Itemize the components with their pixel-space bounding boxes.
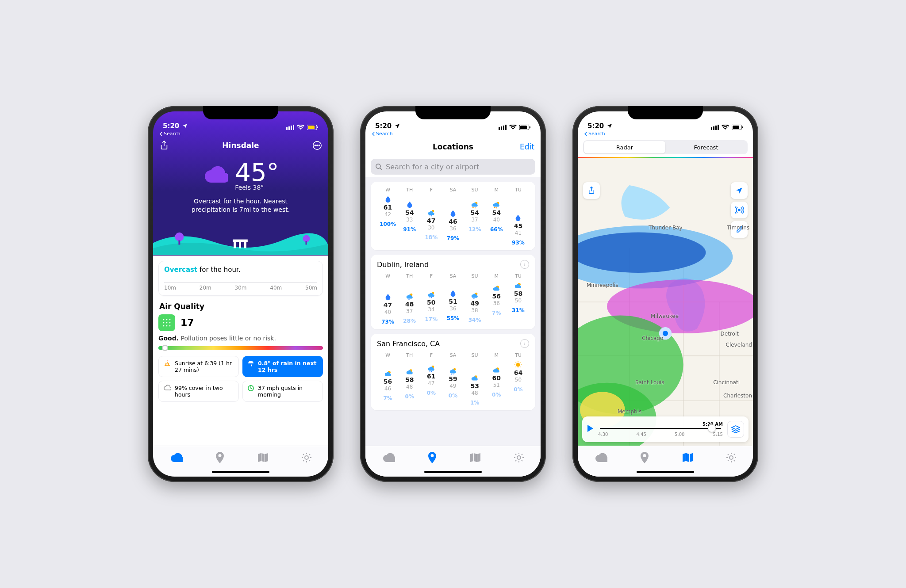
more-icon[interactable] <box>312 141 322 150</box>
radar-playbar: 5:20 AM 4:304:455:005:15 <box>582 416 749 442</box>
status-time: 5:20 <box>163 122 179 130</box>
weather-icon <box>427 209 435 217</box>
forecast-day: F 61 47 0% <box>420 352 442 406</box>
seg-radar[interactable]: Radar <box>584 141 665 153</box>
tab-locations[interactable] <box>427 452 437 465</box>
weather-icon <box>471 201 479 209</box>
forecast-day: M 54 40 66% <box>486 187 507 246</box>
svg-point-9 <box>317 145 318 146</box>
tab-forecast[interactable] <box>594 452 607 465</box>
tab-locations[interactable] <box>640 452 649 465</box>
forecast-day: W 61 42 100% <box>377 187 399 246</box>
weather-icon <box>384 370 392 378</box>
breadcrumb[interactable]: Search <box>365 131 541 137</box>
svg-rect-59 <box>713 126 714 130</box>
svg-rect-0 <box>286 127 288 130</box>
minute-ruler: 10m20m30m40m50m <box>164 283 317 291</box>
tab-settings[interactable] <box>301 452 312 465</box>
tab-forecast[interactable] <box>382 452 395 465</box>
svg-rect-64 <box>742 126 743 128</box>
tab-locations[interactable] <box>215 452 225 465</box>
weather-icon <box>427 290 435 298</box>
weather-icon <box>406 368 414 376</box>
svg-rect-17 <box>239 242 241 248</box>
time-slider[interactable]: 5:20 AM 4:304:455:005:15 <box>598 422 723 437</box>
sunrise-tile[interactable]: Sunrise at 6:39 (1 hr 27 mins) <box>158 356 239 377</box>
info-icon[interactable]: i <box>520 339 529 348</box>
wind-tile[interactable]: 37 mph gusts in morning <box>242 381 323 402</box>
broadcast-button[interactable] <box>731 202 748 218</box>
tab-settings[interactable] <box>726 452 737 465</box>
info-icon[interactable]: i <box>520 260 529 269</box>
summary-text: Overcast for the hour. Nearest precipita… <box>175 197 306 214</box>
svg-rect-63 <box>733 126 739 129</box>
svg-point-37 <box>376 164 380 168</box>
forecast-day: TH 54 33 91% <box>399 187 420 246</box>
svg-point-44 <box>496 207 497 208</box>
location-card-1[interactable]: W 61 42 100% TH 54 33 91% F 47 30 <box>371 182 535 250</box>
location-arrow-icon <box>182 123 188 129</box>
feels-like: Feels 38° <box>235 184 279 191</box>
play-button[interactable] <box>587 424 594 434</box>
weather-icon <box>406 201 414 209</box>
svg-rect-31 <box>501 126 502 130</box>
forecast-day: F 47 30 18% <box>420 187 442 246</box>
svg-rect-1 <box>288 126 290 130</box>
forecast-day: TH 48 37 28% <box>399 273 420 325</box>
landscape-illustration <box>153 221 328 256</box>
svg-point-74 <box>738 209 740 211</box>
svg-point-23 <box>166 322 168 323</box>
aq-desc: Good. Pollution poses little or no risk. <box>158 335 323 342</box>
weather-icon <box>514 361 522 369</box>
svg-point-56 <box>516 363 520 367</box>
seg-forecast[interactable]: Forecast <box>665 141 747 153</box>
svg-rect-35 <box>520 126 527 129</box>
svg-point-27 <box>169 325 171 326</box>
share-button[interactable] <box>583 182 600 199</box>
svg-point-24 <box>169 322 171 323</box>
location-card-sf[interactable]: San Francisco, CAi W 56 46 7% TH 58 48 0… <box>371 334 535 410</box>
radar-map[interactable]: Thunder Bay Timmins Minneapolis Milwauke… <box>578 158 753 446</box>
rain-tile[interactable]: 0.8" of rain in next 12 hrs <box>242 356 323 377</box>
svg-rect-30 <box>499 127 500 130</box>
forecast-day: SA 51 36 55% <box>442 273 464 325</box>
tab-map[interactable] <box>682 452 693 465</box>
tab-settings[interactable] <box>513 452 525 465</box>
svg-rect-15 <box>233 239 248 242</box>
weather-icon <box>492 366 500 374</box>
tab-map[interactable] <box>257 452 269 465</box>
forecast-day: SU 49 38 34% <box>464 273 486 325</box>
weather-icon <box>384 293 392 301</box>
weather-icon <box>492 284 500 292</box>
svg-point-22 <box>163 322 165 323</box>
weather-icon <box>406 292 414 300</box>
weather-icon <box>449 210 457 218</box>
weather-icon <box>514 282 522 290</box>
tab-forecast[interactable] <box>169 452 183 465</box>
forecast-day: F 50 34 17% <box>420 273 442 325</box>
layers-button[interactable] <box>727 421 744 438</box>
forecast-day: SA 46 36 79% <box>442 187 464 246</box>
next-hour-card[interactable]: Overcast for the hour. 10m20m30m40m50m <box>158 261 323 296</box>
location-card-dublin[interactable]: Dublin, Irelandi W 47 40 73% TH 48 37 28… <box>371 255 535 329</box>
radar-segment[interactable]: Radar Forecast <box>583 140 748 154</box>
breadcrumb[interactable]: Search <box>578 131 753 137</box>
svg-point-11 <box>175 233 184 241</box>
forecast-day: SA 59 49 0% <box>442 352 464 406</box>
forecast-day: M 60 51 0% <box>486 352 507 406</box>
edit-button[interactable]: Edit <box>520 142 534 151</box>
cloud-tile[interactable]: 99% cover in two hours <box>158 381 239 402</box>
locate-me-button[interactable] <box>731 182 748 199</box>
weather-icon <box>471 291 479 299</box>
aq-value: 17 <box>180 317 194 328</box>
search-input[interactable]: Search for a city or airport <box>371 159 535 175</box>
cloud-cover-icon <box>163 385 171 391</box>
forecast-day: TH 58 48 0% <box>399 352 420 406</box>
weather-icon <box>427 364 435 372</box>
share-icon[interactable] <box>159 140 169 151</box>
weather-icon <box>471 374 479 382</box>
phone-radar: 5:20 Search Radar Forecast <box>572 106 758 482</box>
tab-map[interactable] <box>469 452 481 465</box>
breadcrumb[interactable]: Search <box>153 131 328 137</box>
svg-point-40 <box>472 207 473 208</box>
